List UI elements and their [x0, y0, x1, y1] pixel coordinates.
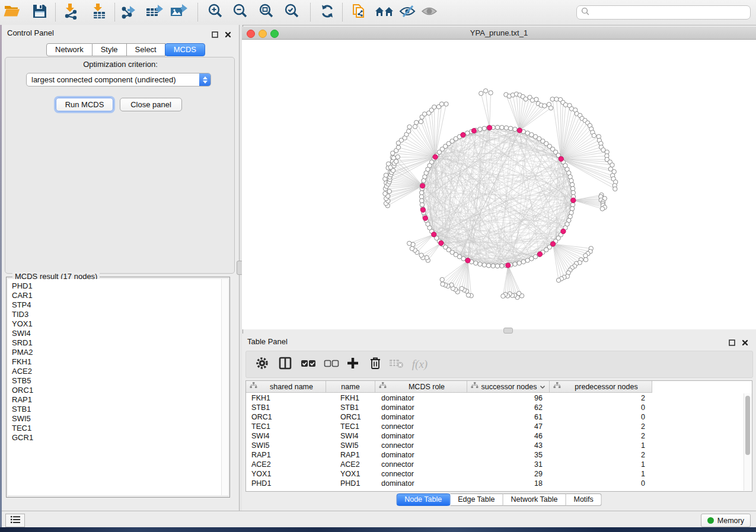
table-row[interactable]: TEC1TEC1connector472	[246, 422, 752, 431]
close-panel-icon[interactable]	[225, 30, 232, 37]
horizontal-splitter-grip[interactable]	[503, 328, 513, 334]
open-session-button[interactable]	[1, 2, 23, 23]
column-header-shared-name[interactable]: shared name	[246, 381, 326, 393]
tab-select[interactable]: Select	[127, 43, 165, 56]
table-settings-button[interactable]	[253, 355, 271, 373]
mcds-result-scrollbar[interactable]	[221, 279, 228, 495]
select-all-rows-button[interactable]	[299, 355, 317, 373]
table-cell[interactable]: dominator	[375, 412, 467, 422]
table-cell[interactable]: FKH1	[246, 393, 326, 403]
table-cell[interactable]: 2	[550, 422, 652, 431]
table-cell[interactable]: 46	[467, 431, 550, 441]
table-cell[interactable]: dominator	[375, 431, 467, 441]
export-network-button[interactable]	[118, 2, 139, 23]
delete-column-button[interactable]	[366, 355, 384, 373]
show-all-button[interactable]	[419, 2, 440, 23]
table-cell[interactable]: 1	[550, 441, 652, 450]
table-row[interactable]: ORC1ORC1dominator610	[246, 412, 752, 422]
table-cell[interactable]: RAP1	[246, 450, 326, 460]
table-cell[interactable]: 31	[467, 460, 550, 469]
table-cell[interactable]: 0	[550, 479, 652, 488]
table-cell[interactable]: RAP1	[326, 450, 375, 460]
mcds-result-item[interactable]: RAP1	[12, 395, 222, 405]
tab-mcds[interactable]: MCDS	[165, 43, 205, 56]
column-header-name[interactable]: name	[326, 381, 375, 393]
table-cell[interactable]: ORC1	[246, 412, 326, 422]
table-cell[interactable]: SWI4	[246, 431, 326, 441]
mcds-result-item[interactable]: TEC1	[12, 424, 222, 433]
mcds-result-item[interactable]: PMA2	[12, 348, 222, 357]
tab-network-table[interactable]: Network Table	[503, 493, 566, 506]
tab-node-table[interactable]: Node Table	[396, 493, 450, 506]
close-panel-button[interactable]: Close panel	[120, 98, 182, 111]
mcds-result-item[interactable]: STB5	[12, 376, 222, 386]
table-cell[interactable]: SWI5	[246, 441, 326, 450]
table-cell[interactable]: TEC1	[246, 422, 326, 431]
mcds-result-item[interactable]: PHD1	[12, 281, 222, 291]
table-row[interactable]: RAP1RAP1dominator352	[246, 450, 752, 460]
refresh-view-button[interactable]	[317, 2, 338, 23]
table-cell[interactable]: dominator	[375, 479, 467, 488]
mcds-result-item[interactable]: TID3	[12, 310, 222, 319]
table-cell[interactable]: FKH1	[326, 393, 375, 403]
tab-network[interactable]: Network	[46, 43, 92, 56]
table-row[interactable]: YOX1YOX1connector291	[246, 469, 752, 479]
table-cell[interactable]: 1	[550, 460, 652, 469]
run-mcds-button[interactable]: Run MCDS	[56, 98, 113, 111]
export-image-button[interactable]	[168, 2, 189, 23]
import-network-button[interactable]	[60, 2, 82, 23]
hide-selected-button[interactable]	[397, 2, 418, 23]
save-session-button[interactable]	[29, 2, 50, 23]
create-column-button[interactable]	[344, 355, 362, 373]
table-cell[interactable]: dominator	[375, 450, 467, 460]
column-header-mcds-role[interactable]: MCDS role	[375, 381, 467, 393]
first-neighbors-button[interactable]	[374, 2, 395, 23]
table-cell[interactable]: ORC1	[326, 412, 375, 422]
float-panel-icon[interactable]	[212, 30, 219, 37]
new-network-from-selection-button[interactable]	[348, 2, 369, 23]
table-cell[interactable]: 2	[550, 450, 652, 460]
zoom-in-button[interactable]	[205, 2, 226, 23]
table-cell[interactable]: SWI5	[326, 441, 375, 450]
table-cell[interactable]: 61	[467, 412, 550, 422]
table-row[interactable]: SWI4SWI4dominator462	[246, 431, 752, 441]
table-cell[interactable]: 62	[467, 403, 550, 412]
table-cell[interactable]: 0	[550, 412, 652, 422]
tab-motifs[interactable]: Motifs	[566, 493, 601, 506]
mcds-result-item[interactable]: STP4	[12, 300, 222, 310]
mcds-result-item[interactable]: ORC1	[12, 386, 222, 395]
table-cell[interactable]: 96	[467, 393, 550, 403]
show-columns-button[interactable]	[276, 355, 294, 373]
table-row[interactable]: ACE2ACE2connector311	[246, 460, 752, 469]
table-cell[interactable]: SWI4	[326, 431, 375, 441]
table-cell[interactable]: connector	[375, 422, 467, 431]
table-scrollbar-thumb[interactable]	[745, 396, 750, 455]
table-cell[interactable]: 0	[550, 403, 652, 412]
mcds-result-item[interactable]: STB1	[12, 405, 222, 414]
table-row[interactable]: FKH1FKH1dominator962	[246, 393, 752, 403]
table-cell[interactable]: dominator	[375, 403, 467, 412]
table-cell[interactable]: connector	[375, 441, 467, 450]
table-cell[interactable]: 18	[467, 479, 550, 488]
table-row[interactable]: STB1STB1dominator620	[246, 403, 752, 412]
network-canvas[interactable]	[242, 40, 756, 329]
tab-style[interactable]: Style	[92, 43, 127, 56]
zoom-out-button[interactable]	[229, 2, 251, 23]
table-cell[interactable]: 2	[550, 393, 652, 403]
mcds-result-item[interactable]: FKH1	[12, 357, 222, 367]
table-cell[interactable]: YOX1	[246, 469, 326, 479]
export-table-button[interactable]	[143, 2, 165, 23]
close-table-panel-icon[interactable]	[742, 338, 749, 345]
zoom-selected-button[interactable]	[281, 2, 302, 23]
table-cell[interactable]: ACE2	[246, 460, 326, 469]
import-table-button[interactable]	[88, 2, 110, 23]
mcds-result-item[interactable]: ACE2	[12, 367, 222, 376]
table-cell[interactable]: 47	[467, 422, 550, 431]
mcds-result-item[interactable]: YOX1	[12, 319, 222, 329]
mcds-result-item[interactable]: SRD1	[12, 338, 222, 348]
optimization-criterion-select[interactable]: largest connected component (undirected)	[26, 73, 211, 86]
table-cell[interactable]: 35	[467, 450, 550, 460]
column-header-predecessor-nodes[interactable]: predecessor nodes	[550, 381, 652, 393]
deselect-all-rows-button[interactable]	[323, 355, 340, 373]
table-cell[interactable]: STB1	[326, 403, 375, 412]
